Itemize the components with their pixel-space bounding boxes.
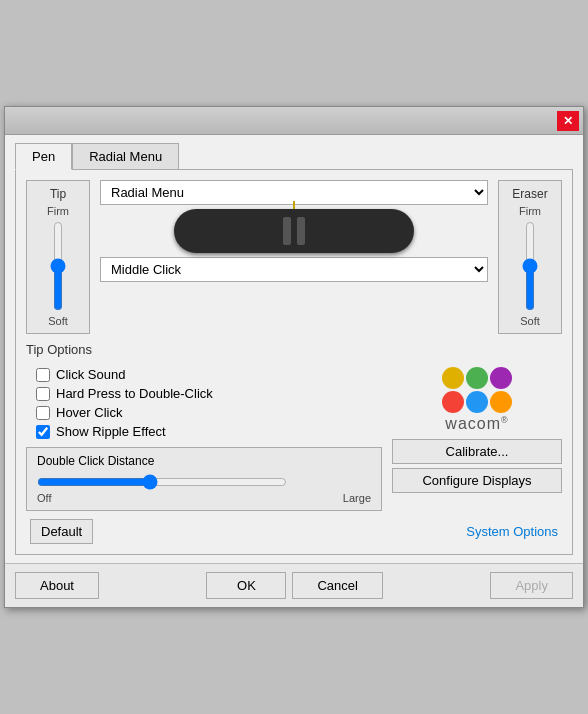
right-action-buttons: Calibrate... Configure Displays: [392, 439, 562, 493]
tab-bar: Pen Radial Menu: [15, 143, 573, 170]
dcd-range-labels: Off Large: [37, 492, 371, 504]
tip-soft-label: Soft: [48, 315, 68, 327]
configure-displays-button[interactable]: Configure Displays: [392, 468, 562, 493]
panel-footer-row: Default System Options: [26, 519, 562, 544]
tip-box: Tip Firm Soft: [26, 180, 90, 334]
hard-press-checkbox[interactable]: [36, 387, 50, 401]
double-click-distance-box: Double Click Distance Off Large: [26, 447, 382, 511]
hard-press-label: Hard Press to Double-Click: [56, 386, 213, 401]
eraser-firm-label: Firm: [519, 205, 541, 217]
tab-pen[interactable]: Pen: [15, 143, 72, 170]
show-ripple-label: Show Ripple Effect: [56, 424, 166, 439]
tip-firm-label: Firm: [47, 205, 69, 217]
wacom-brand-text: wacom®: [445, 415, 508, 433]
bottom-section: Click Sound Hard Press to Double-Click H…: [26, 367, 562, 511]
right-bottom: wacom® Calibrate... Configure Displays: [392, 367, 562, 493]
bottom-bar-center-buttons: OK Cancel: [206, 572, 382, 599]
system-options-link[interactable]: System Options: [466, 524, 558, 539]
about-button[interactable]: About: [15, 572, 99, 599]
pen-layout: Tip Firm Soft Radial Menu Right Click: [26, 180, 562, 334]
eraser-soft-label: Soft: [520, 315, 540, 327]
tip-label: Tip: [50, 187, 66, 201]
bottom-button-select[interactable]: Middle Click Right Click Left Click Pan/…: [100, 257, 488, 282]
click-sound-checkbox[interactable]: [36, 368, 50, 382]
dcd-slider[interactable]: [37, 474, 287, 490]
pen-image: [174, 209, 414, 253]
default-button[interactable]: Default: [30, 519, 93, 544]
dcd-slider-container: Off Large: [37, 474, 371, 504]
checkbox-hard-press: Hard Press to Double-Click: [26, 386, 382, 401]
hover-click-label: Hover Click: [56, 405, 122, 420]
tip-options-section: Tip Options Click Sound Hard Press to Do…: [26, 342, 562, 511]
tip-pressure-slider[interactable]: [48, 221, 68, 311]
ok-button[interactable]: OK: [206, 572, 286, 599]
title-bar: ✕: [5, 107, 583, 135]
tab-radial-menu[interactable]: Radial Menu: [72, 143, 179, 170]
eraser-box: Eraser Firm Soft: [498, 180, 562, 334]
tip-slider-container: Firm Soft: [47, 205, 69, 327]
click-sound-label: Click Sound: [56, 367, 125, 382]
checkbox-click-sound: Click Sound: [26, 367, 382, 382]
dcd-off-label: Off: [37, 492, 51, 504]
wacom-dot-5: [466, 391, 488, 413]
dcd-large-label: Large: [343, 492, 371, 504]
wacom-dot-4: [442, 391, 464, 413]
wacom-trademark: ®: [501, 415, 509, 425]
wacom-dot-6: [490, 391, 512, 413]
close-button[interactable]: ✕: [557, 111, 579, 131]
pen-panel: Tip Firm Soft Radial Menu Right Click: [15, 169, 573, 555]
checkbox-show-ripple: Show Ripple Effect: [26, 424, 382, 439]
tip-options-label: Tip Options: [26, 342, 562, 357]
wacom-logo: wacom®: [442, 367, 512, 433]
calibrate-button[interactable]: Calibrate...: [392, 439, 562, 464]
pen-tip-indicator: [293, 201, 295, 209]
bottom-dropdown-wrap: Middle Click Right Click Left Click Pan/…: [100, 257, 488, 282]
cancel-button[interactable]: Cancel: [292, 572, 382, 599]
checkbox-hover-click: Hover Click: [26, 405, 382, 420]
main-window: ✕ Pen Radial Menu Tip Firm Soft: [4, 106, 584, 608]
pen-band-1: [283, 217, 291, 245]
hover-click-checkbox[interactable]: [36, 406, 50, 420]
eraser-label: Eraser: [512, 187, 547, 201]
pen-grip: [283, 217, 305, 245]
wacom-dots: [442, 367, 512, 413]
eraser-slider-container: Firm Soft: [519, 205, 541, 327]
wacom-dot-3: [490, 367, 512, 389]
content-area: Pen Radial Menu Tip Firm Soft: [5, 135, 583, 563]
show-ripple-checkbox[interactable]: [36, 425, 50, 439]
wacom-dot-1: [442, 367, 464, 389]
bottom-bar: About OK Cancel Apply: [5, 563, 583, 607]
wacom-dot-2: [466, 367, 488, 389]
pen-center: Radial Menu Right Click Middle Click Lef…: [96, 180, 492, 334]
left-bottom: Click Sound Hard Press to Double-Click H…: [26, 367, 382, 511]
dcd-title: Double Click Distance: [37, 454, 371, 468]
eraser-pressure-slider[interactable]: [520, 221, 540, 311]
apply-button[interactable]: Apply: [490, 572, 573, 599]
pen-band-2: [297, 217, 305, 245]
